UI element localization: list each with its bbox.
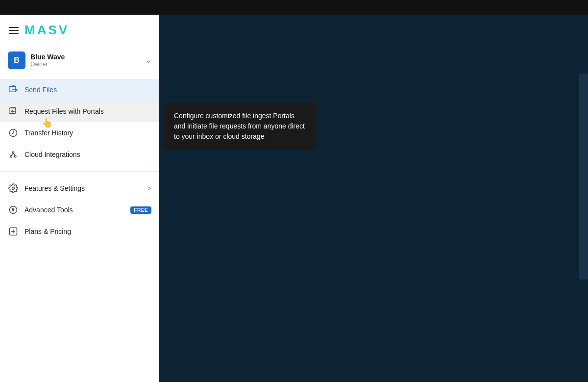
right-panel-edge	[579, 74, 588, 280]
send-files-label: Send Files	[24, 86, 151, 94]
cloud-integrations-icon	[8, 149, 19, 160]
svg-point-8	[12, 187, 15, 190]
sidebar-item-features-settings[interactable]: Features & Settings >	[0, 178, 159, 199]
sidebar-item-send-files[interactable]: Send Files	[0, 79, 159, 101]
transfer-history-label: Transfer History	[24, 129, 151, 137]
plans-pricing-label: Plans & Pricing	[24, 228, 151, 235]
nav-divider	[0, 171, 159, 172]
app-container: MASV B Blue Wave Owner ⌄	[0, 15, 588, 382]
tooltip-box: Configure customized file ingest Portals…	[164, 103, 316, 150]
sidebar: MASV B Blue Wave Owner ⌄	[0, 15, 159, 382]
user-info: Blue Wave Owner	[30, 53, 141, 68]
request-files-icon	[8, 106, 19, 117]
free-badge: FREE	[130, 206, 151, 214]
nav-list: Send Files Request Files with Portals	[0, 77, 159, 167]
plans-pricing-icon	[8, 226, 19, 237]
avatar: B	[8, 51, 25, 69]
sidebar-item-cloud-integrations[interactable]: Cloud Integrations	[0, 144, 159, 165]
nav-list-bottom: Features & Settings > Advanced Tools FRE…	[0, 176, 159, 244]
tooltip-text: Configure customized file ingest Portals…	[174, 112, 305, 140]
features-settings-arrow: >	[147, 184, 151, 192]
cloud-integrations-label: Cloud Integrations	[24, 151, 151, 158]
transfer-history-icon	[8, 127, 19, 138]
app-logo: MASV	[24, 23, 69, 38]
sidebar-item-advanced-tools[interactable]: Advanced Tools FREE	[0, 199, 159, 221]
send-files-icon	[8, 84, 19, 95]
svg-rect-0	[9, 86, 16, 92]
svg-line-7	[13, 153, 15, 156]
svg-line-6	[11, 153, 13, 156]
advanced-tools-label: Advanced Tools	[24, 206, 124, 214]
hamburger-menu-button[interactable]	[9, 27, 19, 34]
user-name: Blue Wave	[30, 53, 141, 61]
request-files-label: Request Files with Portals	[24, 107, 151, 115]
sidebar-item-request-files[interactable]: Request Files with Portals	[0, 101, 159, 122]
sidebar-item-transfer-history[interactable]: Transfer History	[0, 122, 159, 144]
user-role: Owner	[30, 61, 141, 68]
top-bar	[0, 0, 588, 15]
sidebar-header: MASV	[0, 15, 159, 46]
features-settings-icon	[8, 183, 19, 194]
user-dropdown-chevron[interactable]: ⌄	[146, 56, 151, 64]
sidebar-item-plans-pricing[interactable]: Plans & Pricing	[0, 221, 159, 242]
main-content: Configure customized file ingest Portals…	[159, 15, 588, 382]
user-section[interactable]: B Blue Wave Owner ⌄	[0, 46, 159, 75]
advanced-tools-icon	[8, 204, 19, 215]
features-settings-label: Features & Settings	[24, 184, 142, 192]
